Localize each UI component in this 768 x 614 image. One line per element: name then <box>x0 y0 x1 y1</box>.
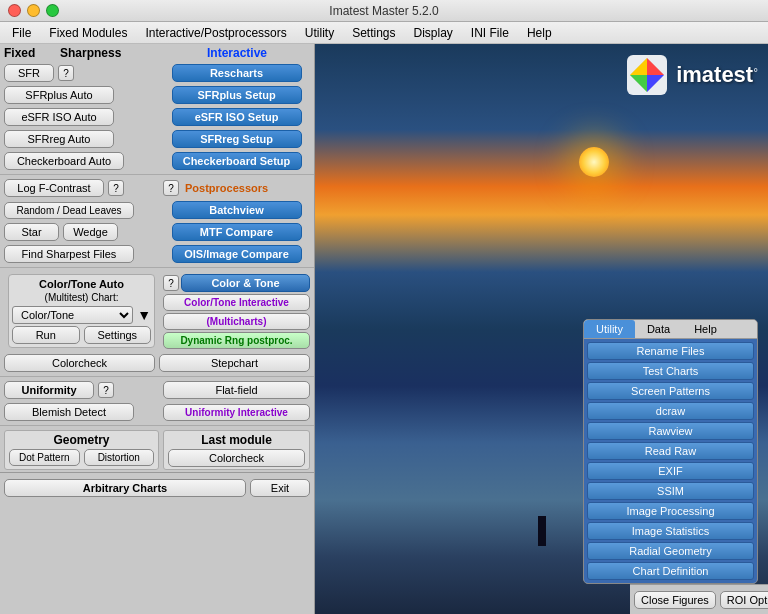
esfr-setup-button[interactable]: eSFR ISO Setup <box>172 108 302 126</box>
col-sharp-label: Sharpness <box>60 46 121 60</box>
star-button[interactable]: Star <box>4 223 59 241</box>
settings-button[interactable]: Settings <box>84 326 152 344</box>
roi-options-button[interactable]: ROI Options <box>720 591 768 609</box>
menu-ini-file[interactable]: INI File <box>463 24 517 42</box>
close-figures-button[interactable]: Close Figures <box>634 591 716 609</box>
exit-button[interactable]: Exit <box>250 479 310 497</box>
menu-interactive[interactable]: Interactive/Postprocessors <box>137 24 294 42</box>
app-title: Imatest Master 5.2.0 <box>329 4 438 18</box>
sfrplus-setup-button[interactable]: SFRplus Setup <box>172 86 302 104</box>
sfrplus-row: SFRplus Auto SFRplus Setup <box>0 84 314 106</box>
flat-field-button[interactable]: Flat-field <box>163 381 310 399</box>
color-tone-button[interactable]: Color & Tone <box>181 274 310 292</box>
find-sharpest-button[interactable]: Find Sharpest Files <box>4 245 134 263</box>
uniformity-row: Uniformity ? Flat-field <box>0 379 314 401</box>
sfr-help[interactable]: ? <box>58 65 74 81</box>
color-tone-section: Color/Tone Auto (Multitest) Chart: Color… <box>8 274 155 348</box>
last-module-title: Last module <box>168 433 305 447</box>
background-image: imatest° Utility Data Help Rename Files … <box>315 44 768 614</box>
sun-graphic <box>579 147 609 177</box>
rawview-button[interactable]: Rawview <box>587 422 754 440</box>
stepchart-button[interactable]: Stepchart <box>159 354 310 372</box>
close-button[interactable] <box>8 4 21 17</box>
menu-help[interactable]: Help <box>519 24 560 42</box>
colorcheck-button[interactable]: Colorcheck <box>4 354 155 372</box>
star-row: Star Wedge MTF Compare <box>0 221 314 243</box>
logo-icon <box>626 54 668 96</box>
main-bottom-bar: Close Figures ROI Options Options II <box>630 584 768 614</box>
esfr-auto-button[interactable]: eSFR ISO Auto <box>4 108 114 126</box>
utility-panel: Utility Data Help Rename Files Test Char… <box>583 319 758 584</box>
distortion-button[interactable]: Distortion <box>84 449 155 466</box>
menu-utility[interactable]: Utility <box>297 24 342 42</box>
imatest-logo: imatest° <box>626 54 758 96</box>
ssim-button[interactable]: SSIM <box>587 482 754 500</box>
color-tone-interactive-button[interactable]: Color/Tone Interactive <box>163 294 310 311</box>
sfrplus-auto-button[interactable]: SFRplus Auto <box>4 86 114 104</box>
right-panel: imatest° Utility Data Help Rename Files … <box>315 44 768 614</box>
log-f-contrast-button[interactable]: Log F-Contrast <box>4 179 104 197</box>
run-button[interactable]: Run <box>12 326 80 344</box>
postprocessors-label: Postprocessors <box>185 182 268 194</box>
radial-geometry-button[interactable]: Radial Geometry <box>587 542 754 560</box>
menu-settings[interactable]: Settings <box>344 24 403 42</box>
col-interactive-label: Interactive <box>207 46 267 60</box>
sfrreg-setup-button[interactable]: SFRreg Setup <box>172 130 302 148</box>
checkerboard-row: Checkerboard Auto Checkerboard Setup <box>0 150 314 172</box>
rename-files-button[interactable]: Rename Files <box>587 342 754 360</box>
multicharts-button[interactable]: (Multicharts) <box>163 313 310 330</box>
panel-header: Fixed Sharpness Interactive <box>0 44 314 62</box>
dcraw-button[interactable]: dcraw <box>587 402 754 420</box>
log-help2[interactable]: ? <box>163 180 179 196</box>
window-controls[interactable] <box>8 4 59 17</box>
find-sharpest-row: Find Sharpest Files OIS/Image Compare <box>0 243 314 265</box>
minimize-button[interactable] <box>27 4 40 17</box>
tab-help[interactable]: Help <box>682 320 729 338</box>
mtf-compare-button[interactable]: MTF Compare <box>172 223 302 241</box>
wedge-button[interactable]: Wedge <box>63 223 118 241</box>
arbitrary-charts-button[interactable]: Arbitrary Charts <box>4 479 246 497</box>
menu-display[interactable]: Display <box>406 24 461 42</box>
batchview-button[interactable]: Batchview <box>172 201 302 219</box>
exif-button[interactable]: EXIF <box>587 462 754 480</box>
menu-file[interactable]: File <box>4 24 39 42</box>
colorcheck-row: Colorcheck Stepchart <box>0 352 314 374</box>
maximize-button[interactable] <box>46 4 59 17</box>
dot-pattern-button[interactable]: Dot Pattern <box>9 449 80 466</box>
checkerboard-setup-button[interactable]: Checkerboard Setup <box>172 152 302 170</box>
ois-compare-button[interactable]: OIS/Image Compare <box>172 245 302 263</box>
uniformity-button[interactable]: Uniformity <box>4 381 94 399</box>
logo-text: imatest° <box>676 62 758 88</box>
person-silhouette <box>538 516 546 546</box>
sfr-button[interactable]: SFR <box>4 64 54 82</box>
checkerboard-auto-button[interactable]: Checkerboard Auto <box>4 152 124 170</box>
color-tone-title: Color/Tone Auto (Multitest) Chart: <box>12 278 151 304</box>
test-charts-button[interactable]: Test Charts <box>587 362 754 380</box>
tab-data[interactable]: Data <box>635 320 682 338</box>
random-row: Random / Dead Leaves Batchview <box>0 199 314 221</box>
blemish-row: Blemish Detect Uniformity Interactive <box>0 401 314 423</box>
uniformity-help[interactable]: ? <box>98 382 114 398</box>
log-row: Log F-Contrast ? ? Postprocessors <box>0 177 314 199</box>
color-tone-dropdown[interactable]: Color/Tone <box>12 306 133 324</box>
image-processing-button[interactable]: Image Processing <box>587 502 754 520</box>
sfrreg-auto-button[interactable]: SFRreg Auto <box>4 130 114 148</box>
image-statistics-button[interactable]: Image Statistics <box>587 522 754 540</box>
screen-patterns-button[interactable]: Screen Patterns <box>587 382 754 400</box>
last-module-colorcheck-button[interactable]: Colorcheck <box>168 449 305 467</box>
menu-fixed-modules[interactable]: Fixed Modules <box>41 24 135 42</box>
read-raw-button[interactable]: Read Raw <box>587 442 754 460</box>
chart-definition-button[interactable]: Chart Definition <box>587 562 754 580</box>
col-fixed-label: Fixed <box>4 46 35 60</box>
utility-tabs: Utility Data Help <box>584 320 757 339</box>
random-dead-button[interactable]: Random / Dead Leaves <box>4 202 134 219</box>
uniformity-interactive-button[interactable]: Uniformity Interactive <box>163 404 310 421</box>
blemish-button[interactable]: Blemish Detect <box>4 403 134 421</box>
log-help1[interactable]: ? <box>108 180 124 196</box>
dynamic-rng-button[interactable]: Dynamic Rng postproc. <box>163 332 310 349</box>
color-help[interactable]: ? <box>163 275 179 291</box>
rescharts-button[interactable]: Rescharts <box>172 64 302 82</box>
title-bar: Imatest Master 5.2.0 <box>0 0 768 22</box>
menu-bar: File Fixed Modules Interactive/Postproce… <box>0 22 768 44</box>
tab-utility[interactable]: Utility <box>584 320 635 338</box>
